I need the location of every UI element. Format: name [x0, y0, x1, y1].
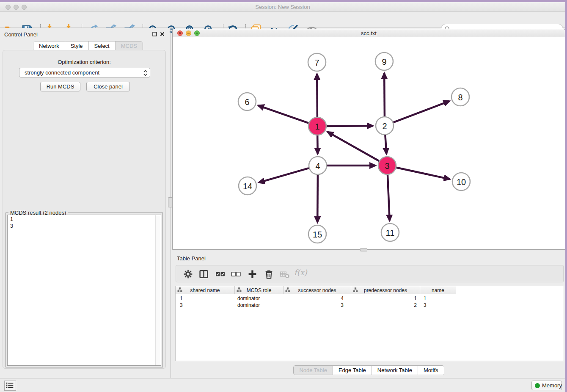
graph-node-4[interactable]: 4	[309, 157, 327, 174]
node-table: shared nameMCDS rolesuccessor nodesprede…	[175, 286, 564, 361]
graph-edge-3-1[interactable]	[328, 132, 379, 161]
tab-network-table[interactable]: Network Table	[372, 366, 418, 375]
graph-edge-1-7[interactable]	[317, 74, 317, 117]
close-panel-icon[interactable]	[160, 32, 165, 37]
main-toolbar	[0, 12, 565, 28]
criterion-dropdown-value: strongly connected component	[25, 69, 99, 76]
run-mcds-button[interactable]: Run MCDS	[40, 82, 80, 91]
graph-edge-3-11[interactable]	[388, 175, 390, 221]
close-panel-button[interactable]: Close panel	[86, 82, 130, 91]
graph-node-7[interactable]: 7	[308, 53, 326, 71]
horizontal-divider-grip[interactable]	[360, 248, 367, 251]
result-item: 3	[10, 223, 152, 229]
result-item: 1	[10, 216, 152, 223]
table-toolbar: f(x)	[176, 265, 564, 282]
graph-node-1[interactable]: 1	[308, 117, 326, 135]
table-panel-tabs: Node TableEdge TableNetwork TableMotifs	[172, 365, 565, 375]
memory-button[interactable]: Memory	[531, 381, 562, 390]
column-header-successor-nodes[interactable]: successor nodes	[284, 286, 351, 294]
table-cell[interactable]: 2	[351, 302, 420, 309]
show-columns-icon[interactable]	[199, 269, 209, 279]
tab-edge-table[interactable]: Edge Table	[333, 366, 372, 375]
desktop: Session: New Session	[0, 0, 567, 392]
svg-text:7: 7	[314, 58, 319, 67]
table-cell[interactable]: 1	[176, 295, 235, 302]
graph-node-2[interactable]: 2	[376, 117, 394, 135]
table-cell[interactable]: 3	[420, 302, 456, 309]
svg-text:11: 11	[386, 228, 395, 237]
add-column-plus-icon[interactable]	[248, 269, 257, 279]
select-all-icon[interactable]	[215, 269, 225, 279]
svg-text:2: 2	[382, 121, 387, 131]
tab-motifs[interactable]: Motifs	[418, 366, 444, 375]
graph-edge-4-14[interactable]	[259, 168, 309, 182]
table-cell[interactable]: dominator	[235, 295, 284, 302]
dropdown-stepper-icon	[143, 69, 148, 77]
tab-select[interactable]: Select	[88, 41, 115, 50]
svg-text:6: 6	[245, 97, 249, 107]
result-scrollbar[interactable]	[155, 215, 161, 365]
graph-edge-3-10[interactable]	[396, 168, 450, 179]
window-title: Session: New Session	[0, 2, 565, 12]
svg-text:9: 9	[382, 57, 386, 66]
column-header-shared-name[interactable]: shared name	[176, 286, 235, 294]
graph-edge-1-2[interactable]	[327, 126, 373, 126]
svg-text:3: 3	[385, 161, 389, 171]
graph-node-3[interactable]: 3	[378, 157, 396, 174]
delete-column-trash-icon[interactable]	[264, 269, 274, 279]
graph-node-9[interactable]: 9	[375, 52, 393, 70]
delete-table-icon	[280, 269, 289, 279]
vertical-divider-grip[interactable]	[168, 197, 172, 207]
tab-mcds[interactable]: MCDS	[115, 41, 143, 50]
graph-node-11[interactable]: 11	[381, 224, 399, 241]
task-history-list-icon[interactable]	[4, 381, 16, 391]
svg-text:8: 8	[458, 93, 462, 102]
criterion-dropdown[interactable]: strongly connected component	[19, 68, 150, 77]
mcds-panel: Optimization criterion: strongly connect…	[3, 50, 166, 369]
svg-text:14: 14	[243, 182, 252, 191]
graph-node-10[interactable]: 10	[452, 173, 470, 190]
status-bar: Memory	[0, 378, 565, 392]
table-cell[interactable]: 4	[284, 295, 351, 302]
table-row[interactable]: 3dominator323	[176, 302, 564, 309]
graph-edge-2-9[interactable]	[384, 73, 385, 116]
network-canvas[interactable]: 7968124314101511	[173, 37, 565, 249]
network-window-titlebar[interactable]: scc.txt	[173, 29, 565, 37]
graph-node-14[interactable]: 14	[239, 177, 256, 195]
graph-node-6[interactable]: 6	[238, 93, 256, 110]
graph-edge-1-4[interactable]	[317, 135, 318, 154]
graph-edge-4-15[interactable]	[317, 175, 318, 222]
graph-node-15[interactable]: 15	[308, 225, 326, 243]
column-header-MCDS-role[interactable]: MCDS role	[235, 286, 284, 294]
tab-style[interactable]: Style	[65, 41, 88, 50]
column-header-name[interactable]: name	[420, 286, 456, 294]
table-cell[interactable]: 1	[351, 295, 420, 302]
svg-text:10: 10	[457, 177, 466, 187]
control-panel-title: Control Panel	[4, 31, 38, 38]
tab-network[interactable]: Network	[33, 41, 65, 50]
table-cell[interactable]: 3	[176, 302, 235, 309]
control-panel: Control Panel NetworkStyleSelectMCDS Opt…	[0, 28, 170, 378]
graph-edge-2-3[interactable]	[385, 135, 386, 154]
graph-edge-1-6[interactable]	[258, 105, 308, 123]
tab-node-table[interactable]: Node Table	[294, 366, 333, 375]
table-cell[interactable]: dominator	[235, 302, 284, 309]
svg-text:1: 1	[315, 122, 319, 131]
function-builder-icon: f(x)	[294, 268, 307, 277]
svg-text:4: 4	[315, 161, 320, 171]
table-row[interactable]: 1dominator411	[176, 295, 564, 302]
network-graph: 7968124314101511	[173, 37, 565, 249]
graph-node-8[interactable]: 8	[451, 88, 469, 106]
node-table-header: shared nameMCDS rolesuccessor nodesprede…	[176, 286, 456, 294]
table-panel: Table Panel	[172, 252, 565, 375]
table-settings-gear-icon[interactable]	[183, 269, 193, 279]
column-header-predecessor-nodes[interactable]: predecessor nodes	[351, 286, 420, 294]
graph-edge-2-8[interactable]	[394, 101, 449, 122]
network-window-title: scc.txt	[173, 29, 565, 37]
table-cell[interactable]: 1	[420, 295, 456, 302]
float-panel-icon[interactable]	[152, 32, 157, 37]
table-panel-title: Table Panel	[177, 255, 206, 262]
table-cell[interactable]: 3	[284, 302, 351, 309]
mcds-result-list[interactable]: 13	[7, 215, 161, 366]
deselect-all-icon[interactable]	[231, 269, 241, 279]
